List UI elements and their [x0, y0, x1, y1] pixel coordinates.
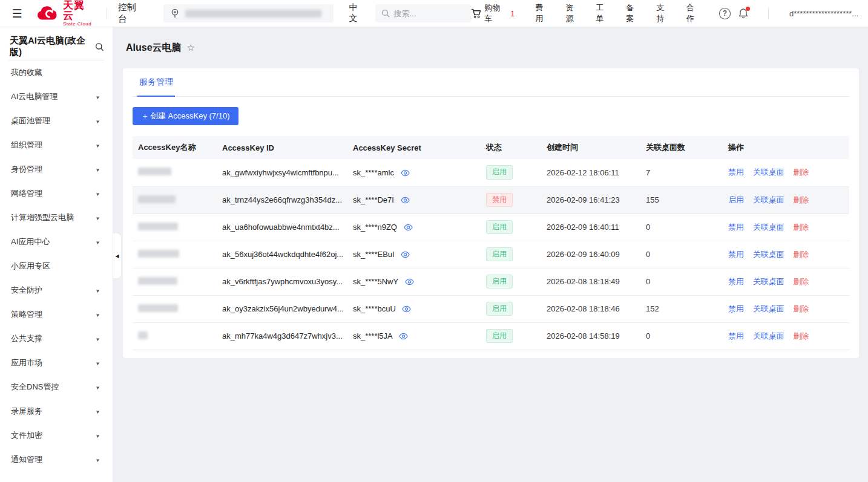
sidebar-item[interactable]: 网络管理 ▾ — [0, 181, 113, 206]
table-row[interactable]: ak_trnz44ys2e66qfrwzg3h354dz... sk_****D… — [133, 186, 849, 213]
toggle-status-action[interactable]: 禁用 — [728, 304, 744, 313]
delete-action[interactable]: 删除 — [793, 304, 809, 313]
sidebar-collapse-handle[interactable]: ◀ — [113, 233, 122, 279]
reveal-secret-eye-icon[interactable] — [402, 305, 411, 313]
link-desktop-action[interactable]: 关联桌面 — [753, 223, 784, 232]
topbar-nav-item[interactable]: 费用 — [535, 2, 551, 24]
region-name-redacted — [185, 10, 321, 18]
favorite-star-icon[interactable]: ☆ — [187, 42, 195, 53]
table-row[interactable]: ak_gwfwxiyhwjxsy4wicmftfbnpu... sk_****a… — [133, 159, 849, 186]
chevron-left-icon: ◀ — [115, 253, 119, 259]
status-badge: 启用 — [486, 165, 513, 180]
table-row[interactable]: ak_oy3zakzix56j4un2wbyedurw4... sk_****b… — [133, 295, 849, 322]
global-search[interactable] — [375, 4, 471, 22]
sidebar-item[interactable]: 组织管理 ▾ — [0, 133, 113, 157]
toggle-status-action[interactable]: 禁用 — [728, 277, 744, 286]
delete-action[interactable]: 删除 — [793, 168, 809, 177]
cloud-logo-icon — [35, 5, 59, 22]
reveal-secret-eye-icon[interactable] — [401, 251, 410, 258]
table-row[interactable]: ak_mh77ka4w4g3d647z7whxjv3... sk_****l5J… — [133, 322, 849, 350]
sidebar-item[interactable]: 文件加密 ▾ — [0, 423, 113, 448]
delete-action[interactable]: 删除 — [793, 331, 809, 340]
reveal-secret-eye-icon[interactable] — [401, 169, 410, 177]
link-desktop-action[interactable]: 关联桌面 — [753, 304, 784, 313]
chevron-down-icon: ▾ — [96, 239, 99, 245]
desktop-count-cell: 7 — [640, 159, 723, 186]
cart-label: 购物车 — [484, 2, 508, 24]
accesskey-name-redacted — [138, 331, 148, 339]
accesskey-name-cell — [133, 159, 217, 186]
link-desktop-action[interactable]: 关联桌面 — [753, 195, 784, 204]
reveal-secret-eye-icon[interactable] — [399, 333, 408, 340]
sidebar-item[interactable]: 计算增强型云电脑 ▾ — [0, 206, 113, 230]
sidebar-item[interactable]: 应用市场 ▾ — [0, 351, 113, 375]
accesskey-name-redacted — [138, 195, 176, 203]
topbar-nav-item[interactable]: 备案 — [626, 2, 642, 24]
sidebar-item[interactable]: AI应用中心 ▾ — [0, 230, 113, 254]
sidebar-item[interactable]: 身份管理 ▾ — [0, 157, 113, 181]
account-menu[interactable]: d*******************... — [789, 9, 858, 18]
sidebar-item[interactable]: 录屏服务 ▾ — [0, 399, 113, 423]
language-switcher[interactable]: 中文 — [349, 2, 366, 24]
brand-name: 天翼云 — [63, 0, 96, 21]
content-card: 服务管理 ＋ 创建 AccessKey (7/10) AccessKey名称 A… — [123, 68, 859, 358]
hamburger-menu-icon[interactable]: ☰ — [10, 7, 24, 21]
toggle-status-action[interactable]: 禁用 — [728, 250, 744, 259]
accesskey-name-cell — [133, 186, 217, 213]
delete-action[interactable]: 删除 — [793, 223, 809, 232]
search-input[interactable] — [393, 9, 460, 18]
help-button[interactable]: ? — [719, 8, 731, 19]
divider — [107, 7, 107, 19]
toggle-status-action[interactable]: 禁用 — [728, 223, 744, 232]
topbar-nav-item[interactable]: 支持 — [656, 2, 672, 24]
notifications-button[interactable] — [738, 8, 749, 19]
sidebar-item[interactable]: 安全DNS管控 ▾ — [0, 375, 113, 399]
topbar-nav-item[interactable]: 合作 — [686, 2, 702, 24]
sidebar-item[interactable]: 我的收藏 ▾ — [0, 60, 113, 85]
reveal-secret-eye-icon[interactable] — [404, 224, 413, 231]
reveal-secret-eye-icon[interactable] — [405, 278, 414, 285]
link-desktop-action[interactable]: 关联桌面 — [753, 277, 784, 286]
table-row[interactable]: ak_v6rkftfjas7ywphcmvoxu3yosy... sk_****… — [133, 268, 849, 295]
sidebar-search-icon[interactable] — [95, 42, 104, 51]
column-header-desktops: 关联桌面数 — [640, 136, 723, 159]
brand-logo[interactable]: 天翼云 State Cloud — [35, 0, 96, 27]
delete-action[interactable]: 删除 — [793, 195, 809, 204]
topbar-nav-item[interactable]: 工单 — [596, 2, 611, 24]
delete-action[interactable]: 删除 — [793, 250, 809, 259]
status-badge: 启用 — [486, 302, 513, 316]
topbar-nav-item[interactable]: 资源 — [565, 2, 581, 24]
sidebar-item[interactable]: 小应用专区 ▾ — [0, 254, 113, 278]
table-row[interactable]: ak_56xuj36ot44wckdqdhte4f62oj... sk_****… — [133, 241, 849, 268]
sidebar-item[interactable]: 通知管理 ▾ — [0, 448, 113, 472]
cart-button[interactable]: 购物车 1 — [471, 2, 515, 24]
sidebar-item[interactable]: AI云电脑管理 ▾ — [0, 85, 113, 109]
link-desktop-action[interactable]: 关联桌面 — [753, 250, 784, 259]
sidebar-item[interactable]: 安全防护 ▾ — [0, 278, 113, 302]
accesskey-name-cell — [133, 213, 217, 241]
accesskey-secret-cell: sk_****l5JA — [347, 322, 481, 350]
region-selector[interactable] — [163, 4, 334, 22]
sidebar-item[interactable]: 桌面池管理 ▾ — [0, 109, 113, 133]
desktop-count-cell: 155 — [640, 186, 723, 213]
link-desktop-action[interactable]: 关联桌面 — [753, 331, 784, 340]
status-badge: 启用 — [486, 275, 513, 289]
sidebar-item[interactable]: 策略管理 ▾ — [0, 302, 113, 327]
toggle-status-action[interactable]: 禁用 — [728, 331, 744, 340]
delete-action[interactable]: 删除 — [793, 277, 809, 286]
link-desktop-action[interactable]: 关联桌面 — [753, 168, 784, 177]
table-row[interactable]: ak_ua6hofowuabbwe4nmtxt4bz... sk_****n9Z… — [133, 213, 849, 241]
accesskey-secret-cell: sk_****De7I — [347, 186, 481, 213]
sidebar-item[interactable]: 公共支撑 ▾ — [0, 327, 113, 351]
console-link[interactable]: 控制台 — [118, 2, 145, 25]
reveal-secret-eye-icon[interactable] — [401, 197, 410, 204]
tab-service-management[interactable]: 服务管理 — [137, 68, 175, 97]
chevron-down-icon: ▾ — [96, 166, 99, 172]
create-accesskey-button[interactable]: ＋ 创建 AccessKey (7/10) — [133, 107, 238, 125]
toggle-status-action[interactable]: 禁用 — [728, 168, 744, 177]
chevron-down-icon: ▾ — [96, 360, 99, 366]
toggle-status-action[interactable]: 启用 — [728, 195, 744, 204]
chevron-down-icon: ▾ — [96, 191, 99, 197]
status-cell: 禁用 — [481, 186, 541, 213]
actions-cell: 禁用 关联桌面 删除 — [723, 241, 849, 268]
